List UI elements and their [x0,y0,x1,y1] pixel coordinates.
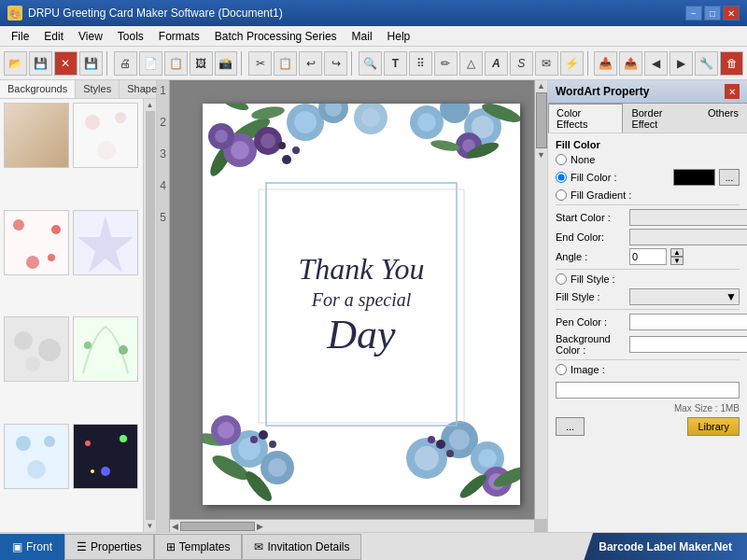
tb-art[interactable]: A [485,51,508,76]
thumbnail-7[interactable] [4,424,69,489]
fill-color-swatch[interactable] [673,169,715,186]
angle-spinner[interactable]: ▲ ▼ [670,248,684,265]
tb-copy[interactable]: 📋 [274,51,297,76]
bottom-tab-front[interactable]: ▣ Front [0,534,64,560]
horizontal-scrollbar[interactable]: ◀ ▶ [170,519,534,532]
tb-zoom[interactable]: 🔍 [359,51,382,76]
tab-styles[interactable]: Styles [76,80,120,98]
thumbnail-5[interactable] [4,316,69,382]
svg-point-29 [294,111,317,133]
library-button[interactable]: Library [687,417,740,436]
angle-down-btn[interactable]: ▼ [670,257,684,265]
svg-point-73 [428,436,435,443]
tb-barcode[interactable]: ⠿ [409,51,432,76]
menu-batch[interactable]: Batch Processing Series [207,28,345,45]
svg-point-14 [44,436,55,447]
tb-cut[interactable]: ✂ [248,51,272,76]
tab-border-effect[interactable]: Border Effect [623,104,699,133]
tb-img2[interactable]: 📸 [215,51,238,76]
front-icon: ▣ [12,540,22,553]
menu-tools[interactable]: Tools [110,28,151,45]
tb-delete[interactable]: 🗑 [720,51,743,76]
dots-button[interactable]: ... [556,417,585,436]
menu-formats[interactable]: Formats [151,28,207,45]
svg-point-49 [209,451,252,484]
thumbnail-3[interactable] [4,210,69,275]
bg-color-input[interactable] [629,336,747,353]
close-btn[interactable]: ✕ [723,6,740,21]
pen-color-input[interactable] [629,314,747,330]
panel-close-button[interactable]: ✕ [725,84,740,99]
tb-shape[interactable]: △ [459,51,483,76]
action-buttons-row: ... Library [556,417,740,436]
tb-new[interactable]: 📂 [4,51,27,76]
vertical-scrollbar[interactable]: ▲ ▼ [534,80,547,519]
tb-link[interactable]: ⚡ [560,51,584,76]
greeting-card[interactable]: Thank You For a special Day [203,104,520,505]
menu-mail[interactable]: Mail [345,28,380,45]
bottom-tab-properties[interactable]: ☰ Properties [64,534,154,560]
tb-redo[interactable]: ↪ [324,51,347,76]
angle-label: Angle : [556,251,626,262]
tab-color-effects[interactable]: Color Effects [548,104,623,133]
tb-close[interactable]: ✕ [54,51,78,76]
for-special-text: For a special [268,287,455,313]
tb-doc2[interactable]: 📋 [164,51,188,76]
property-tabs: Color Effects Border Effect Others [548,104,747,133]
thumbnail-8[interactable] [73,424,138,489]
angle-up-btn[interactable]: ▲ [670,248,684,257]
menu-edit[interactable]: Edit [36,28,71,45]
svg-point-8 [14,331,33,350]
image-radio[interactable] [556,364,567,375]
left-scrollbar[interactable]: ▲ ▼ [143,99,156,532]
thumbnail-4[interactable] [73,210,138,275]
bottom-tab-invitation[interactable]: ✉ Invitation Details [242,534,361,560]
tb-pen[interactable]: ✏ [434,51,458,76]
bottom-tab-templates[interactable]: ⊞ Templates [154,534,243,560]
start-color-input[interactable] [629,209,747,226]
tb-undo[interactable]: ↩ [299,51,322,76]
thumbnail-2[interactable] [73,103,138,168]
svg-point-55 [268,458,287,477]
image-path-input[interactable] [556,382,740,399]
fill-color-radio[interactable] [556,172,567,183]
tb-img[interactable]: 🖼 [190,51,213,76]
tb-mail[interactable]: ✉ [535,51,558,76]
end-color-input[interactable] [629,229,747,245]
tb-save[interactable]: 💾 [29,51,52,76]
menu-file[interactable]: File [4,28,36,45]
start-color-row: Start Color : ... [556,209,740,226]
svg-point-61 [406,438,447,479]
svg-point-51 [203,431,230,448]
fill-color-picker-btn[interactable]: ... [719,169,740,186]
tb-doc1[interactable]: 📄 [139,51,162,76]
minimize-btn[interactable]: − [685,6,702,21]
maximize-btn[interactable]: □ [704,6,721,21]
svg-point-6 [48,254,55,261]
svg-point-58 [259,430,268,440]
tb-text[interactable]: T [384,51,407,76]
tb-print[interactable]: 🖨 [114,51,137,76]
menu-view[interactable]: View [71,28,110,45]
thumb-preview-8 [74,425,137,488]
fill-style-combo[interactable]: ▼ [629,288,740,305]
thumbnail-6[interactable] [73,316,138,382]
window-controls[interactable]: − □ ✕ [685,6,740,21]
tab-backgrounds[interactable]: Backgrounds [0,80,76,98]
tb-export[interactable]: 📤 [619,51,642,76]
tb-prev[interactable]: ◀ [644,51,668,76]
tb-wordart[interactable]: S [510,51,533,76]
tab-others[interactable]: Others [699,104,747,133]
tb-import[interactable]: 📥 [594,51,617,76]
angle-input[interactable] [629,248,667,265]
fill-gradient-radio[interactable] [556,189,567,201]
tb-tools2[interactable]: 🔧 [695,51,718,76]
card-container: Thank You For a special Day [189,90,534,519]
thumbnail-1[interactable] [4,103,69,168]
tb-next[interactable]: ▶ [669,51,693,76]
fill-style-radio[interactable] [556,273,567,285]
none-radio[interactable] [556,154,567,165]
tb-save2[interactable]: 💾 [79,51,103,76]
menu-help[interactable]: Help [380,28,418,45]
fill-gradient-label: Fill Gradient : [571,189,740,201]
